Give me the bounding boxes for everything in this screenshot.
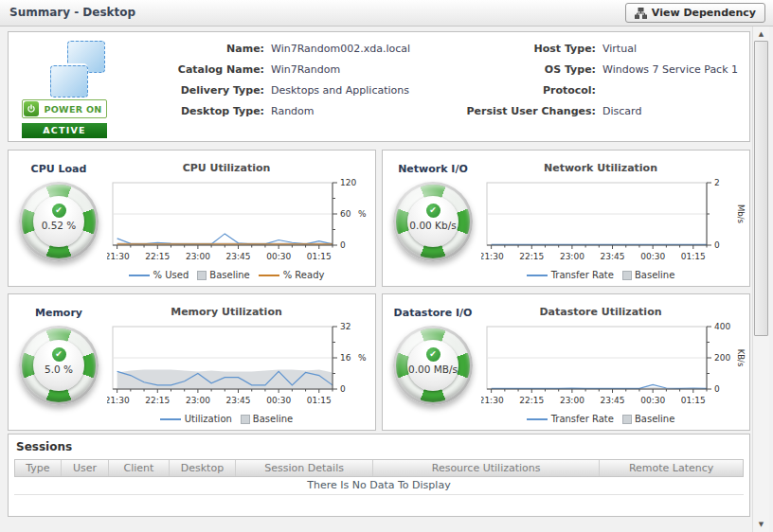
svg-text:120: 120 — [340, 178, 356, 187]
cpu-load-gauge[interactable]: ✔ 0.52 % — [19, 182, 99, 261]
ok-status-check-icon: ✔ — [426, 204, 440, 218]
page-header: Summary - Desktop View Dependency — [0, 0, 773, 27]
datastore-panel: Datastore I/O ✔ 0.00 MB/s Datastore Util… — [382, 293, 750, 431]
memory-gauge-face: ✔ 5.0 % — [33, 340, 84, 391]
scroll-up-arrow-icon[interactable]: ▲ — [753, 27, 769, 42]
info-field-value: Desktops and Applications — [271, 84, 410, 105]
svg-text:21:30: 21:30 — [107, 252, 130, 261]
svg-text:00:30: 00:30 — [640, 396, 665, 405]
sessions-column-header[interactable]: Resource Utilizations — [373, 460, 600, 476]
chart-svg: 21:3022:1523:0023:4500:3001:15060120% — [107, 178, 374, 265]
memory-chart-legend: UtilizationBaseline — [107, 414, 346, 424]
legend-line-swatch-icon — [527, 275, 548, 276]
svg-text:2: 2 — [714, 178, 720, 187]
ok-status-check-icon: ✔ — [426, 347, 440, 362]
scroll-down-arrow-icon[interactable]: ▼ — [753, 517, 769, 532]
sessions-column-header[interactable]: User — [62, 460, 110, 476]
sessions-panel: Sessions TypeUserClientDesktopSession De… — [8, 434, 750, 517]
svg-text:23:45: 23:45 — [601, 396, 625, 405]
svg-text:23:45: 23:45 — [226, 396, 251, 405]
scrollbar-thumb[interactable] — [754, 41, 768, 336]
legend-label: % Used — [153, 270, 189, 280]
power-state-label: POWER ON — [40, 104, 106, 115]
svg-text:21:30: 21:30 — [107, 396, 130, 405]
power-icon — [24, 101, 39, 116]
network-chart-legend: Transfer RateBaseline — [481, 270, 720, 280]
network-panel: Network I/O ✔ 0.00 Kb/s Network Utilizat… — [382, 150, 750, 287]
network-chart-title: Network Utilization — [481, 162, 720, 178]
legend-item: Baseline — [197, 270, 249, 280]
info-field-label: Catalog Name: — [151, 63, 264, 84]
memory-chart-plot-area[interactable]: 21:3022:1523:0023:4500:3001:1501632% — [107, 322, 374, 413]
info-field-value: Discard — [602, 105, 738, 126]
svg-text:21:30: 21:30 — [481, 396, 504, 405]
page-title: Summary - Desktop — [9, 0, 135, 26]
svg-text:01:15: 01:15 — [681, 396, 706, 405]
datastore-chart-section: Datastore Utilization 21:3022:1523:0023:… — [481, 306, 748, 424]
datastore-io-gauge[interactable]: ✔ 0.00 MB/s — [393, 326, 473, 405]
sessions-column-header[interactable]: Client — [109, 460, 170, 476]
legend-item: % Ready — [259, 270, 325, 280]
info-field-value — [602, 84, 738, 105]
datastore-gauge-section: Datastore I/O ✔ 0.00 MB/s — [383, 294, 483, 405]
sessions-column-header[interactable]: Desktop — [170, 460, 236, 476]
svg-text:00:30: 00:30 — [266, 396, 291, 405]
vertical-scrollbar[interactable]: ▲ ▼ — [752, 27, 769, 532]
memory-chart-title: Memory Utilization — [107, 306, 346, 322]
chart-svg: 21:3022:1523:0023:4500:3001:1502Mb/s — [481, 178, 748, 265]
memory-gauge[interactable]: ✔ 5.0 % — [19, 326, 99, 405]
legend-label: Baseline — [253, 414, 293, 424]
svg-text:01:15: 01:15 — [307, 252, 332, 261]
cpu-chart-legend: % UsedBaseline% Ready — [107, 270, 346, 280]
legend-item: Transfer Rate — [527, 270, 614, 280]
cpu-gauge-value: 0.52 % — [33, 220, 84, 231]
legend-label: Transfer Rate — [551, 270, 614, 280]
svg-text:23:45: 23:45 — [226, 252, 251, 261]
legend-line-swatch-icon — [129, 275, 150, 276]
svg-text:60: 60 — [340, 209, 351, 219]
datastore-chart-title: Datastore Utilization — [481, 306, 720, 322]
legend-item: Baseline — [622, 270, 674, 280]
chart-svg: 21:3022:1523:0023:4500:3001:1501632% — [107, 322, 374, 409]
chart-svg: 21:3022:1523:0023:4500:3001:150200400KB/… — [481, 322, 748, 409]
view-dependency-button[interactable]: View Dependency — [625, 3, 765, 23]
ok-status-check-icon: ✔ — [52, 204, 66, 218]
cpu-gauge-title: CPU Load — [9, 163, 109, 175]
memory-panel: Memory ✔ 5.0 % Memory Utilization 21:302… — [8, 293, 376, 431]
info-fields-left: Name:Win7Random002.xda.localCatalog Name… — [151, 43, 410, 126]
svg-text:22:15: 22:15 — [519, 396, 544, 405]
memory-gauge-section: Memory ✔ 5.0 % — [9, 294, 109, 405]
dependency-tree-icon — [635, 8, 647, 19]
legend-baseline-swatch-icon — [241, 415, 250, 424]
legend-line-swatch-icon — [160, 418, 181, 420]
svg-text:23:00: 23:00 — [186, 252, 210, 261]
cpu-gauge-ring: ✔ 0.52 % — [22, 185, 96, 258]
info-field-value: Win7Random002.xda.local — [271, 43, 410, 63]
svg-text:21:30: 21:30 — [481, 252, 504, 261]
info-field-label: Desktop Type: — [151, 105, 264, 126]
sessions-column-header[interactable]: Remote Latency — [600, 460, 743, 476]
network-chart-plot-area[interactable]: 21:3022:1523:0023:4500:3001:1502Mb/s — [481, 178, 748, 269]
datastore-chart-plot-area[interactable]: 21:3022:1523:0023:4500:3001:150200400KB/… — [481, 322, 748, 413]
legend-line-swatch-icon — [259, 275, 279, 276]
sessions-column-header[interactable]: Session Details — [236, 460, 373, 476]
cpu-chart-plot-area[interactable]: 21:3022:1523:0023:4500:3001:15060120% — [107, 178, 374, 269]
legend-baseline-swatch-icon — [622, 415, 632, 424]
sessions-empty-message: There Is No Data To Display — [14, 477, 744, 495]
sessions-table-header: TypeUserClientDesktopSession DetailsReso… — [14, 459, 744, 477]
virtual-desktop-icon — [50, 41, 105, 98]
sessions-column-header[interactable]: Type — [15, 460, 62, 476]
legend-label: Baseline — [635, 270, 674, 280]
svg-text:0: 0 — [340, 240, 346, 250]
info-field-label: Name: — [151, 43, 264, 63]
legend-line-swatch-icon — [527, 418, 548, 420]
svg-text:00:30: 00:30 — [266, 252, 291, 261]
info-field-label: Host Type: — [425, 43, 596, 63]
legend-baseline-swatch-icon — [197, 271, 207, 280]
legend-label: Baseline — [209, 270, 249, 280]
svg-text:23:45: 23:45 — [601, 252, 625, 261]
network-io-gauge[interactable]: ✔ 0.00 Kb/s — [393, 182, 473, 261]
info-field-label: Persist User Changes: — [425, 105, 596, 126]
datastore-chart-legend: Transfer RateBaseline — [481, 414, 720, 424]
network-gauge-section: Network I/O ✔ 0.00 Kb/s — [383, 151, 483, 261]
